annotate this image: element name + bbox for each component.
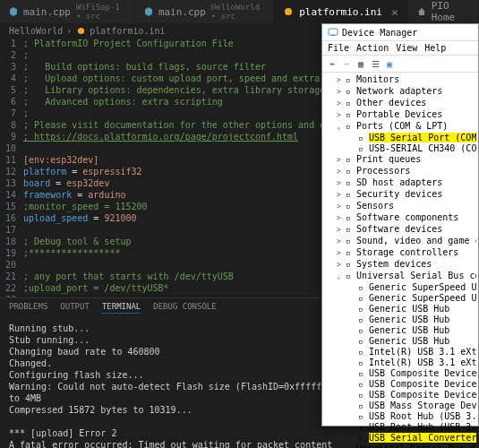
dm-menu-file[interactable]: File [328, 43, 349, 53]
svg-marker-0 [10, 7, 17, 16]
dm-tree-item[interactable]: >▫System devices [324, 259, 476, 271]
ini-icon [283, 6, 294, 17]
svg-point-3 [78, 27, 84, 33]
close-icon[interactable]: × [391, 5, 398, 19]
panel-tab-debug[interactable]: DEBUG CONSOLE [153, 302, 216, 314]
dm-tree-item[interactable]: >▫SD host adapters [324, 177, 476, 189]
dm-tree[interactable]: >▫Monitors>▫Network adapters>▫Other devi… [322, 73, 478, 448]
dm-menu-help[interactable]: Help [424, 43, 446, 53]
dm-tree-item[interactable]: >▫Processors [324, 166, 476, 177]
dm-menu-action[interactable]: Action [356, 43, 389, 53]
device-manager-window[interactable]: Device Manager File Action View Help ⬅ ➡… [321, 23, 479, 426]
dm-tree-item[interactable]: ⌄▫Universal Serial Bus devices [324, 444, 476, 448]
chevron-right-icon: › [66, 26, 72, 36]
dm-tree-item[interactable]: >▫Monitors [324, 74, 476, 86]
tree-icon[interactable]: ▦ [355, 57, 367, 70]
breadcrumb-file[interactable]: platformio.ini [90, 26, 165, 36]
dm-tree-item[interactable]: ▫USB Mass Storage Device [324, 401, 476, 411]
dm-tree-item[interactable]: ▫Generic SuperSpeed USB Hub [324, 282, 476, 293]
cpp-icon [9, 6, 18, 17]
svg-rect-5 [331, 35, 335, 36]
dm-tree-item[interactable]: ▫USB Serial Converter B [324, 433, 476, 444]
dm-tree-item[interactable]: ▫USB Composite Device [324, 390, 476, 401]
dm-tree-item[interactable]: ▫Generic USB Hub [324, 314, 476, 325]
dm-tree-item[interactable]: ▫USB Serial Port (COM26) [324, 133, 476, 143]
tab-label: PIO Home [432, 0, 469, 23]
svg-point-2 [285, 8, 292, 15]
panel-tab-output[interactable]: OUTPUT [60, 302, 90, 314]
ini-icon [75, 25, 86, 36]
back-icon[interactable]: ⬅ [326, 57, 338, 70]
tab-pio-home[interactable]: PIO Home [408, 0, 479, 23]
dm-tree-item[interactable]: ⌄▫Universal Serial Bus controllers [324, 271, 476, 282]
dm-tree-item[interactable]: >▫Portable Devices [324, 109, 476, 121]
dm-tree-item[interactable]: >▫Storage controllers [324, 247, 476, 259]
dm-tree-item[interactable]: ▫Intel(R) USB 3.1 eXtensible Host Cont [324, 358, 476, 368]
code-content[interactable]: ; PlatformIO Project Configuration File;… [23, 38, 363, 297]
dm-tree-item[interactable]: >▫Security devices [324, 189, 476, 201]
list-icon[interactable]: ☰ [369, 57, 381, 70]
dm-tree-item[interactable]: ▫Generic USB Hub [324, 336, 476, 347]
dm-tree-item[interactable]: ⌄▫Ports (COM & LPT) [324, 121, 476, 133]
dm-tree-item[interactable]: >▫Sensors [324, 201, 476, 212]
dm-tree-item[interactable]: >▫Other devices [324, 98, 476, 109]
tab-label: platformio.ini [299, 6, 382, 18]
tab-label: main.cpp [23, 6, 71, 18]
dm-tree-item[interactable]: >▫Software components [324, 212, 476, 224]
dm-tree-item[interactable]: ▫USB Composite Device [324, 368, 476, 379]
line-gutter: 1234567891011121314151617181920212223242… [0, 38, 23, 297]
dm-tree-item[interactable]: ▫USB Root Hub (USB 3.0) [324, 411, 476, 422]
dm-tree-item[interactable]: ▫USB Root Hub (USB 3.0) [324, 422, 476, 433]
dm-app-icon [328, 27, 338, 38]
dm-tree-item[interactable]: ▫Generic USB Hub [324, 304, 476, 314]
dm-tree-item[interactable]: ▫Generic SuperSpeed USB Hub [324, 293, 476, 304]
tab-platformio-ini[interactable]: platformio.ini × [274, 0, 408, 23]
dm-tree-item[interactable]: >▫Network adapters [324, 86, 476, 98]
panel-tab-problems[interactable]: PROBLEMS [9, 302, 47, 314]
dm-menu-view[interactable]: View [396, 43, 417, 53]
dm-menu-bar: File Action View Help [322, 41, 478, 56]
refresh-icon[interactable]: ▣ [383, 57, 396, 70]
dm-tree-item[interactable]: >▫Sound, video and game controllers [324, 236, 476, 247]
forward-icon[interactable]: ➡ [340, 57, 353, 70]
home-icon [417, 6, 426, 17]
cpp-icon [144, 6, 153, 17]
tab-main-cpp-1[interactable]: main.cpp WiFiSap-1 • src [0, 0, 135, 23]
dm-tree-item[interactable]: >▫Print queues [324, 154, 476, 166]
svg-rect-4 [329, 29, 338, 35]
dm-tree-item[interactable]: >▫Software devices [324, 224, 476, 236]
svg-marker-1 [145, 7, 152, 16]
breadcrumb-root[interactable]: HelloWorld [9, 26, 63, 36]
tab-sublabel: WiFiSap-1 • src [76, 3, 125, 21]
dm-title-text: Device Manager [342, 28, 417, 38]
dm-tree-item[interactable]: ▫USB-SERIAL CH340 (COM6) [324, 143, 476, 154]
tab-label: main.cpp [158, 6, 206, 18]
editor-tab-bar: main.cpp WiFiSap-1 • src main.cpp HelloW… [0, 0, 479, 23]
dm-toolbar: ⬅ ➡ ▦ ☰ ▣ [322, 56, 478, 73]
panel-tab-terminal[interactable]: TERMINAL [102, 302, 141, 314]
dm-tree-item[interactable]: ▫USB Composite Device [324, 379, 476, 390]
dm-tree-item[interactable]: ▫Intel(R) USB 3.1 eXtensible Host Cont [324, 347, 476, 358]
dm-title-bar[interactable]: Device Manager [322, 24, 478, 41]
dm-tree-item[interactable]: ▫Generic USB Hub [324, 325, 476, 336]
tab-main-cpp-2[interactable]: main.cpp HelloWorld • src [135, 0, 274, 23]
tab-sublabel: HelloWorld • src [211, 3, 264, 21]
